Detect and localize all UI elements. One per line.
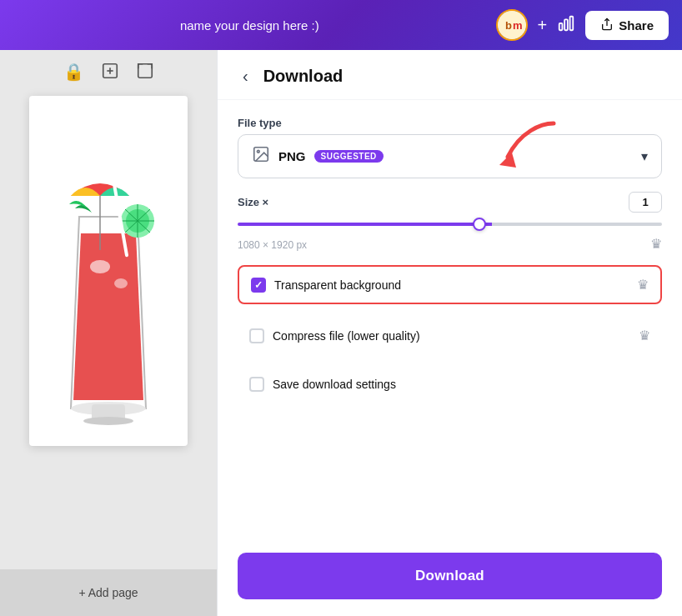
canvas-area: 🔒 [0, 50, 217, 616]
canvas-toolbar: 🔒 [63, 50, 154, 93]
svg-rect-3 [559, 23, 563, 30]
save-settings-checkbox[interactable] [249, 377, 264, 392]
compress-crown-icon: ♛ [639, 328, 650, 343]
canvas-page [29, 96, 188, 446]
svg-point-15 [83, 417, 133, 425]
svg-rect-10 [138, 64, 152, 78]
file-type-selector[interactable]: PNG SUGGESTED ▾ [238, 134, 662, 178]
svg-rect-4 [564, 19, 568, 30]
transparent-background-row: Transparent background ♛ [238, 265, 662, 304]
file-type-section: File type PNG SUGG [238, 117, 662, 178]
dimensions-label: 1080 × 1920 px [238, 239, 307, 251]
slider-track [238, 223, 662, 226]
size-label: Size × [238, 196, 268, 208]
file-type-label: File type [238, 117, 662, 129]
transparent-crown-icon: ♛ [637, 277, 649, 293]
compress-checkbox-left: Compress file (lower quality) [249, 328, 420, 343]
size-section: Size × 1 1080 × 1920 px ♛ [238, 192, 662, 252]
suggested-badge: SUGGESTED [314, 150, 384, 163]
svg-point-26 [257, 150, 259, 153]
transparent-label: Transparent background [274, 278, 401, 292]
compress-label: Compress file (lower quality) [273, 329, 420, 343]
save-settings-label: Save download settings [273, 378, 396, 391]
add-page-bar[interactable]: + Add page [0, 569, 217, 616]
size-row: Size × 1 [238, 192, 662, 213]
download-panel: ‹ Download File type [217, 50, 682, 616]
transparent-checkbox[interactable] [251, 278, 266, 293]
file-type-wrapper: PNG SUGGESTED ▾ [238, 134, 662, 178]
slider-thumb [473, 218, 486, 231]
svg-point-11 [90, 260, 110, 273]
resize-icon[interactable] [136, 62, 154, 84]
save-settings-row: Save download settings [238, 367, 662, 402]
top-nav: name your design here :) b m + Share [0, 0, 682, 50]
analytics-icon[interactable] [557, 14, 575, 37]
file-type-name: PNG [278, 149, 306, 163]
compress-checkbox[interactable] [249, 328, 264, 343]
panel-title: Download [263, 67, 344, 86]
svg-point-23 [98, 189, 103, 194]
avatar[interactable]: b m [496, 9, 528, 41]
share-icon [600, 18, 614, 33]
svg-text:b: b [505, 19, 512, 32]
panel-header: ‹ Download [218, 50, 682, 100]
dropdown-arrow-icon: ▾ [641, 148, 648, 164]
add-frame-icon[interactable] [101, 62, 119, 84]
share-label: Share [619, 18, 654, 33]
file-type-left: PNG SUGGESTED [252, 145, 384, 168]
compress-file-row: Compress file (lower quality) ♛ [238, 318, 662, 353]
cocktail-illustration [46, 117, 171, 425]
plus-button[interactable]: + [538, 16, 548, 35]
svg-rect-5 [570, 16, 574, 30]
size-slider[interactable] [238, 216, 662, 233]
transparent-checkbox-left: Transparent background [251, 278, 401, 293]
panel-body: File type PNG SUGG [218, 100, 682, 616]
main-area: 🔒 [0, 50, 682, 616]
back-button[interactable]: ‹ [238, 65, 253, 88]
crown-icon: ♛ [650, 236, 662, 252]
image-icon [252, 145, 270, 168]
svg-text:m: m [513, 19, 523, 32]
design-title: name your design here :) [13, 18, 486, 33]
save-settings-checkbox-left: Save download settings [249, 377, 396, 392]
lock-icon[interactable]: 🔒 [63, 62, 84, 84]
share-button[interactable]: Share [585, 11, 669, 40]
svg-point-12 [114, 278, 128, 288]
download-button[interactable]: Download [238, 553, 662, 599]
avatar-initials: b m [498, 11, 526, 39]
size-value: 1 [629, 192, 662, 213]
